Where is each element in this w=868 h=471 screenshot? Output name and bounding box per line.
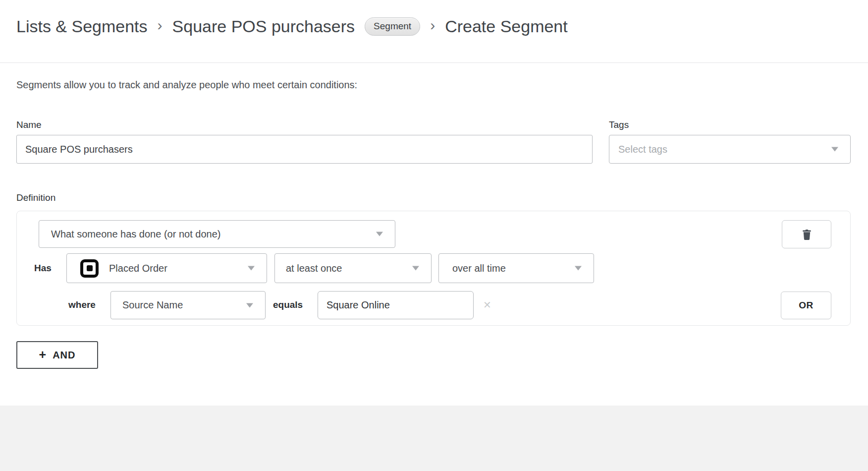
condition-type-value: What someone has done (or not done): [51, 229, 220, 240]
frequency-select[interactable]: at least once: [274, 253, 432, 283]
name-label: Name: [16, 119, 42, 130]
tags-placeholder: Select tags: [618, 144, 667, 155]
has-label: Has: [34, 263, 52, 274]
breadcrumb-current-page: Create Segment: [445, 17, 568, 36]
timeframe-value: over all time: [452, 263, 506, 274]
chevron-down-icon: [831, 147, 838, 152]
breadcrumb-bar: Lists & Segments › Square POS purchasers…: [0, 0, 868, 63]
plus-icon: +: [39, 349, 47, 361]
chevron-down-icon: [376, 232, 383, 236]
tags-label: Tags: [609, 119, 629, 130]
breadcrumb-separator-icon: ›: [158, 17, 163, 34]
chevron-down-icon: [412, 266, 419, 271]
square-logo-icon: [80, 259, 99, 278]
chevron-down-icon: [575, 266, 582, 271]
remove-filter-icon[interactable]: ✕: [483, 299, 491, 311]
footer-action-bar: Cancel Create Segment »: [0, 406, 868, 471]
property-value-input[interactable]: [318, 291, 474, 319]
where-label: where: [68, 299, 96, 310]
frequency-value: at least once: [286, 263, 342, 274]
intro-text: Segments allow you to track and analyze …: [16, 79, 357, 91]
breadcrumb-separator-icon: ›: [430, 17, 435, 34]
property-value: Source Name: [122, 299, 183, 311]
metric-value: Placed Order: [109, 263, 167, 274]
delete-condition-button[interactable]: [782, 220, 831, 248]
timeframe-select[interactable]: over all time: [438, 253, 594, 283]
and-button-label: AND: [53, 350, 75, 361]
create-segment-page: Lists & Segments › Square POS purchasers…: [0, 0, 868, 471]
chevron-down-icon: [246, 303, 253, 307]
breadcrumb-segment-name[interactable]: Square POS purchasers: [172, 17, 355, 36]
tags-select[interactable]: Select tags: [609, 135, 851, 164]
operator-label: equals: [273, 299, 303, 310]
condition-panel: What someone has done (or not done) Has …: [16, 211, 851, 326]
breadcrumb: Lists & Segments › Square POS purchasers…: [16, 12, 568, 41]
chevron-down-icon: [248, 266, 255, 271]
add-and-condition-button[interactable]: + AND: [16, 341, 98, 369]
segment-type-badge: Segment: [365, 17, 420, 36]
breadcrumb-lists-segments[interactable]: Lists & Segments: [16, 17, 148, 36]
trash-icon: [802, 228, 812, 240]
property-select[interactable]: Source Name: [110, 291, 266, 319]
or-button[interactable]: OR: [781, 292, 831, 319]
metric-select[interactable]: Placed Order: [66, 253, 267, 283]
condition-type-select[interactable]: What someone has done (or not done): [39, 220, 395, 248]
segment-name-input[interactable]: [16, 135, 593, 164]
definition-label: Definition: [16, 192, 55, 203]
